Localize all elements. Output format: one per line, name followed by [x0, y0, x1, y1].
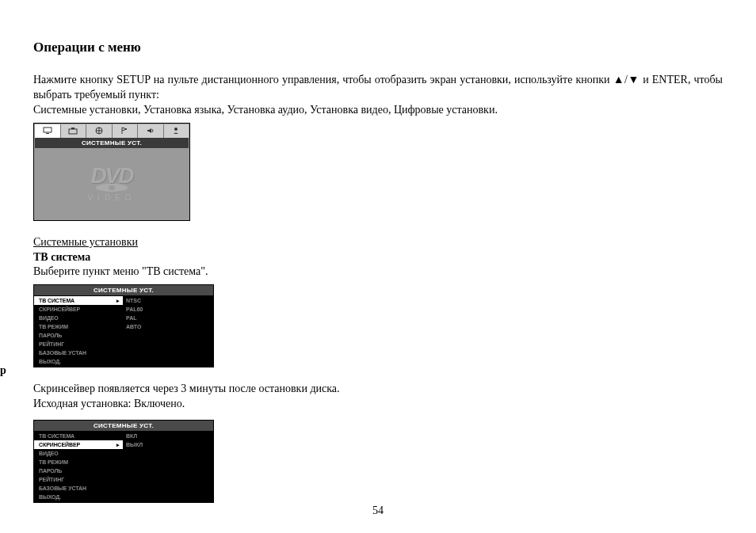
svg-rect-1 — [46, 133, 49, 134]
option-item: PAL — [123, 314, 167, 322]
osd-title-bar: СИСТЕМНЫЕ УСТ. — [35, 138, 189, 148]
svg-rect-0 — [44, 128, 52, 132]
dvd-logo: DVD VIDEO — [87, 166, 136, 202]
osd-screenshot-screensaver: СИСТЕМНЫЕ УСТ. ТВ СИСТЕМАСКРИНСЕЙВЕР▸ВИД… — [33, 420, 214, 503]
option-item: ВКЛ — [123, 432, 167, 440]
menu-item: БАЗОВЫЕ УСТАН — [34, 348, 123, 357]
intro-para-2: Системные установки, Установка языка, Ус… — [33, 103, 723, 118]
intro-para-1: Нажмите кнопку SETUP на пульте дистанцио… — [33, 73, 723, 103]
dvd-video-text: VIDEO — [87, 193, 136, 202]
dvd-logo-text: DVD — [87, 166, 136, 185]
page-heading: Операции с меню — [33, 40, 723, 55]
option-item: ВЫКЛ — [123, 440, 167, 449]
menu-item: ПАРОЛЬ — [34, 466, 123, 475]
section-heading-system-settings: Системные установки — [33, 235, 723, 250]
menu-item: РЕЙТИНГ — [34, 475, 123, 484]
camera-icon — [61, 124, 87, 138]
option-item: PAL60 — [123, 305, 167, 314]
menu-item: ТВ СИСТЕМА▸ — [34, 296, 123, 305]
dvd-disc-icon — [96, 184, 128, 192]
menu-item: ТВ РЕЖИМ — [34, 458, 123, 466]
flag-icon — [113, 124, 139, 138]
option-item: АВТО — [123, 322, 167, 331]
globe-icon — [86, 124, 113, 138]
osd2-title: СИСТЕМНЫЕ УСТ. — [34, 285, 213, 295]
option-item: NTSC — [123, 296, 167, 305]
menu-item: СКРИНСЕЙВЕР▸ — [34, 440, 123, 449]
menu-item: ПАРОЛЬ — [34, 331, 123, 340]
osd-icon-bar — [35, 124, 189, 138]
pointer-icon: ▸ — [116, 442, 120, 448]
osd-dvd-background: DVD VIDEO — [35, 148, 189, 219]
tv-system-description: Выберите пункт меню "ТВ система". — [33, 265, 723, 280]
menu-item: БАЗОВЫЕ УСТАН — [34, 484, 123, 493]
svg-rect-3 — [71, 128, 74, 129]
menu-item: ТВ РЕЖИМ — [34, 322, 123, 331]
person-icon — [164, 124, 189, 138]
osd2-menu-list: ТВ СИСТЕМА▸СКРИНСЕЙВЕРВИДЕОТВ РЕЖИМПАРОЛ… — [34, 295, 123, 367]
menu-item: РЕЙТИНГ — [34, 340, 123, 348]
svg-rect-2 — [69, 129, 77, 134]
menu-item: ВИДЕО — [34, 449, 123, 458]
speaker-icon — [138, 124, 164, 138]
osd-screenshot-system: СИСТЕМНЫЕ УСТ. DVD VIDEO — [33, 123, 190, 221]
osd3-menu-list: ТВ СИСТЕМАСКРИНСЕЙВЕР▸ВИДЕОТВ РЕЖИМПАРОЛ… — [34, 431, 123, 502]
page-number: 54 — [0, 504, 756, 517]
section-subheading-tv-system: ТВ система — [33, 250, 723, 265]
screensaver-line-1: Скринсейвер появляется через 3 минуты по… — [33, 382, 723, 397]
menu-item: СКРИНСЕЙВЕР — [34, 305, 123, 314]
osd3-title: СИСТЕМНЫЕ УСТ. — [34, 421, 213, 431]
page-fragment-left: р — [0, 364, 6, 377]
osd-screenshot-tvsystem: СИСТЕМНЫЕ УСТ. ТВ СИСТЕМА▸СКРИНСЕЙВЕРВИД… — [33, 284, 214, 367]
svg-point-5 — [174, 128, 178, 131]
menu-item: ВЫХОД. — [34, 493, 123, 501]
screensaver-line-2: Исходная установка: Включено. — [33, 397, 723, 412]
menu-item: ВИДЕО — [34, 314, 123, 322]
osd2-options-list: NTSCPAL60PALАВТО — [123, 295, 167, 367]
pointer-icon: ▸ — [116, 298, 120, 304]
menu-item: ТВ СИСТЕМА — [34, 432, 123, 440]
menu-item: ВЫХОД. — [34, 357, 123, 366]
osd3-options-list: ВКЛВЫКЛ — [123, 431, 167, 502]
monitor-icon — [35, 124, 61, 138]
